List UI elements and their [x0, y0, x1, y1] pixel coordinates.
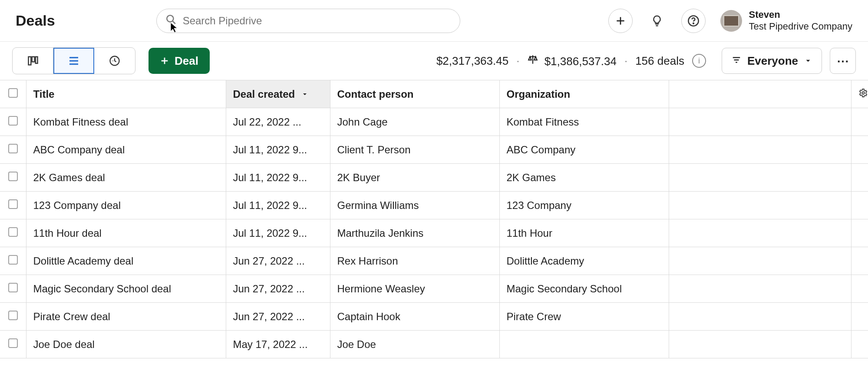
column-organization[interactable]: Organization — [499, 80, 669, 108]
column-empty — [669, 80, 851, 108]
cell-created: Jun 27, 2022 ... — [226, 303, 330, 331]
add-quick-button[interactable] — [608, 9, 633, 33]
cell-empty — [669, 108, 851, 136]
table-row[interactable]: 2K Games dealJul 11, 2022 9...2K Buyer2K… — [0, 164, 868, 192]
table-row[interactable]: Dolittle Academy dealJun 27, 2022 ...Rex… — [0, 247, 868, 275]
cell-created: Jul 11, 2022 9... — [226, 192, 330, 219]
cell-empty — [669, 247, 851, 275]
svg-rect-7 — [32, 57, 34, 62]
search-icon — [165, 14, 183, 28]
pipeline-view-button[interactable] — [13, 48, 53, 74]
help-icon[interactable] — [681, 9, 706, 33]
cell-title[interactable]: Dolittle Academy deal — [26, 247, 226, 275]
cell-contact[interactable]: Germina Williams — [330, 192, 499, 219]
row-checkbox[interactable] — [0, 275, 26, 303]
svg-point-5 — [693, 23, 694, 23]
owner-filter-label: Everyone — [747, 54, 798, 68]
sort-desc-icon — [301, 88, 308, 100]
avatar — [720, 10, 742, 32]
cell-contact[interactable]: Hermione Weasley — [330, 275, 499, 303]
svg-rect-6 — [28, 57, 31, 65]
cell-contact[interactable]: 2K Buyer — [330, 164, 499, 192]
row-checkbox[interactable] — [0, 303, 26, 331]
user-company: Test Pipedrive Company — [749, 21, 852, 32]
cell-created: Jul 22, 2022 ... — [226, 108, 330, 136]
cell-title[interactable]: 123 Company deal — [26, 192, 226, 219]
cell-contact[interactable]: Captain Hook — [330, 303, 499, 331]
cell-organization[interactable]: Magic Secondary School — [499, 275, 669, 303]
table-row[interactable]: Kombat Fitness dealJul 22, 2022 ...John … — [0, 108, 868, 136]
cell-gear — [851, 275, 868, 303]
cell-contact[interactable]: Rex Harrison — [330, 247, 499, 275]
table-row[interactable]: Magic Secondary School dealJun 27, 2022 … — [0, 275, 868, 303]
owner-filter-button[interactable]: Everyone — [722, 48, 822, 74]
cell-contact[interactable]: Joe Doe — [330, 331, 499, 358]
balance-icon — [527, 54, 538, 65]
table-row[interactable]: 123 Company dealJul 11, 2022 9...Germina… — [0, 192, 868, 219]
column-title[interactable]: Title — [26, 80, 226, 108]
column-deal-created[interactable]: Deal created — [226, 80, 330, 108]
cell-organization[interactable] — [499, 331, 669, 358]
cell-organization[interactable]: 11th Hour — [499, 219, 669, 247]
cell-empty — [669, 331, 851, 358]
cell-empty — [669, 136, 851, 164]
weighted-value: $1,386,537.34 — [545, 55, 617, 68]
add-deal-button[interactable]: Deal — [149, 48, 210, 74]
cell-organization[interactable]: Pirate Crew — [499, 303, 669, 331]
cell-organization[interactable]: 2K Games — [499, 164, 669, 192]
row-checkbox[interactable] — [0, 247, 26, 275]
svg-point-0 — [167, 15, 173, 22]
cell-title[interactable]: 11th Hour deal — [26, 219, 226, 247]
row-checkbox[interactable] — [0, 331, 26, 358]
cell-contact[interactable]: Marthuzila Jenkins — [330, 219, 499, 247]
search-container[interactable] — [156, 9, 460, 33]
list-view-button[interactable] — [53, 48, 94, 74]
cell-created: Jul 11, 2022 9... — [226, 164, 330, 192]
table-row[interactable]: Joe Doe dealMay 17, 2022 ...Joe Doe — [0, 331, 868, 358]
cell-contact[interactable]: John Cage — [330, 108, 499, 136]
search-input[interactable] — [183, 15, 451, 27]
cell-title[interactable]: Pirate Crew deal — [26, 303, 226, 331]
info-icon[interactable]: i — [692, 54, 706, 68]
table-row[interactable]: 11th Hour dealJul 11, 2022 9...Marthuzil… — [0, 219, 868, 247]
cell-gear — [851, 108, 868, 136]
cell-organization[interactable]: Kombat Fitness — [499, 108, 669, 136]
cell-title[interactable]: ABC Company deal — [26, 136, 226, 164]
cell-title[interactable]: Joe Doe deal — [26, 331, 226, 358]
row-checkbox[interactable] — [0, 136, 26, 164]
cell-organization[interactable]: ABC Company — [499, 136, 669, 164]
total-value: $2,317,363.45 — [436, 54, 508, 68]
cell-title[interactable]: Magic Secondary School deal — [26, 275, 226, 303]
table-row[interactable]: Pirate Crew dealJun 27, 2022 ...Captain … — [0, 303, 868, 331]
cell-organization[interactable]: 123 Company — [499, 192, 669, 219]
row-checkbox[interactable] — [0, 164, 26, 192]
svg-point-18 — [862, 92, 865, 94]
column-settings-button[interactable] — [851, 80, 868, 108]
cell-title[interactable]: Kombat Fitness deal — [26, 108, 226, 136]
tips-icon[interactable] — [645, 9, 669, 33]
cell-gear — [851, 219, 868, 247]
cell-gear — [851, 164, 868, 192]
cell-gear — [851, 247, 868, 275]
forecast-view-button[interactable] — [94, 48, 135, 74]
column-contact[interactable]: Contact person — [330, 80, 499, 108]
more-actions-button[interactable]: ⋯ — [830, 48, 856, 74]
select-all-header[interactable] — [0, 80, 26, 108]
deal-count: 156 deals — [635, 54, 684, 68]
cell-contact[interactable]: Client T. Person — [330, 136, 499, 164]
svg-rect-8 — [35, 57, 37, 63]
cell-empty — [669, 303, 851, 331]
cell-title[interactable]: 2K Games deal — [26, 164, 226, 192]
deal-stats: $2,317,363.45 · $1,386,537.34 · 156 deal… — [436, 54, 706, 68]
row-checkbox[interactable] — [0, 192, 26, 219]
cell-empty — [669, 275, 851, 303]
filter-icon — [732, 54, 741, 68]
cell-organization[interactable]: Dolittle Academy — [499, 247, 669, 275]
table-row[interactable]: ABC Company dealJul 11, 2022 9...Client … — [0, 136, 868, 164]
user-name: Steven — [749, 9, 852, 20]
row-checkbox[interactable] — [0, 219, 26, 247]
cell-empty — [669, 219, 851, 247]
cell-gear — [851, 303, 868, 331]
user-menu[interactable]: Steven Test Pipedrive Company — [720, 9, 852, 32]
row-checkbox[interactable] — [0, 108, 26, 136]
